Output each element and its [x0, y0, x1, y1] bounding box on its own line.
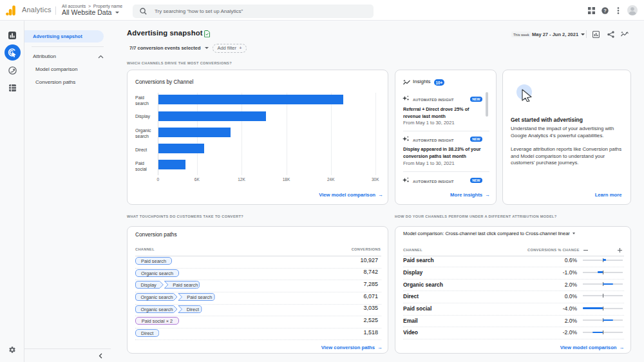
svg-text:Organic search: Organic search: [140, 306, 173, 312]
svg-text:Paid social × 2: Paid social × 2: [142, 318, 173, 324]
svg-text:Paid search: Paid search: [187, 294, 212, 300]
svg-text:Organic search: Organic search: [141, 270, 173, 276]
svg-text:Display: Display: [140, 282, 156, 288]
svg-text:Direct: Direct: [141, 330, 153, 336]
svg-text:Organic search: Organic search: [140, 294, 173, 300]
svg-text:Paid search: Paid search: [173, 282, 198, 288]
svg-text:?: ?: [603, 8, 607, 14]
svg-text:Direct: Direct: [187, 306, 199, 312]
svg-text:Paid search: Paid search: [141, 258, 166, 264]
